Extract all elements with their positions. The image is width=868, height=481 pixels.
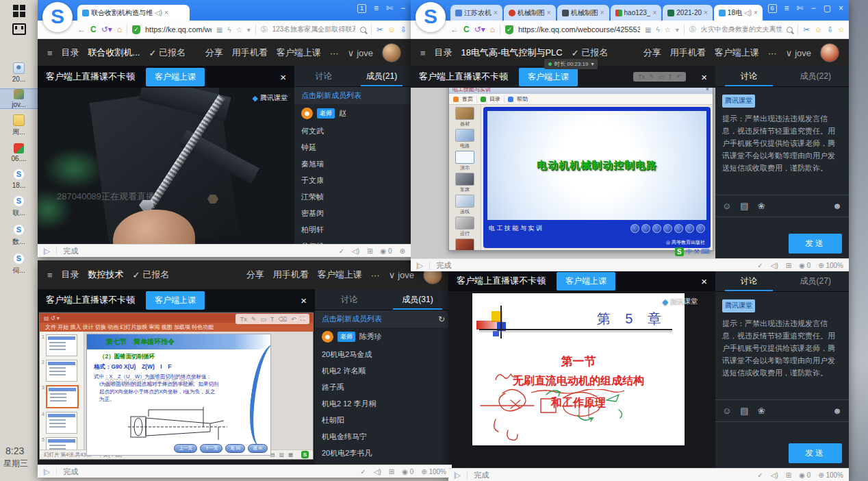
menu-icon[interactable]: ≡ bbox=[784, 3, 789, 13]
slide-thumbnail-selected[interactable]: 3 bbox=[42, 385, 81, 408]
member-row[interactable]: 机电2 12 李月桐 bbox=[315, 395, 452, 412]
slide-thumbnail[interactable]: 4 bbox=[42, 412, 81, 434]
bookmark-star-icon[interactable]: ☆ bbox=[665, 26, 671, 34]
refresh-icon[interactable]: C bbox=[463, 25, 470, 34]
browser-tab[interactable]: 2021-20× bbox=[663, 5, 713, 21]
toolbox-icon[interactable] bbox=[367, 247, 372, 255]
next-page-button[interactable]: 下一页 bbox=[200, 444, 223, 453]
send-button[interactable]: 发送 bbox=[789, 443, 842, 463]
session-count-badge[interactable]: 6 bbox=[768, 4, 777, 13]
sogou-logo-icon[interactable] bbox=[42, 2, 73, 32]
tab-audio-icon[interactable]: ◁) bbox=[744, 9, 752, 16]
browser-titlebar[interactable]: 联合收割机构造与维 ◁) × 1 ≡ ✄ − bbox=[38, 0, 411, 21]
chat-input-area[interactable] bbox=[715, 422, 849, 438]
member-list[interactable]: 老师 赵 何文武 钟延 秦旭瑞 于文康 江荣帧 密基闵 柏明轩 谷佃畅 丁子军 … bbox=[294, 104, 411, 245]
slide-thumbnail[interactable]: 1 bbox=[42, 334, 81, 356]
mute-icon[interactable] bbox=[374, 468, 381, 476]
courseware-window[interactable]: 电工技能与实训 × 首页 目录 帮助 器材 电路 bbox=[448, 84, 713, 251]
member-row[interactable]: 20机电2李书凡 bbox=[315, 445, 452, 461]
tab-members[interactable]: 成员(22) bbox=[782, 66, 850, 86]
watch-on-phone-button[interactable]: 用手机看 bbox=[232, 47, 268, 59]
member-row-teacher[interactable]: 老师 赵 bbox=[294, 104, 411, 123]
screen-share-stage[interactable]: 客户端上直播课不卡顿 客户端上课 × ▤ ↺ ▾ ─ ▢ × 文件 开始 插入 … bbox=[38, 289, 315, 465]
emoji-tool-icon[interactable]: ☺ bbox=[815, 25, 822, 34]
toc-menu-icon[interactable]: ≡ bbox=[47, 48, 53, 58]
tab-discussion[interactable]: 讨论 bbox=[715, 66, 782, 86]
browser-tab[interactable]: 江苏农机× bbox=[450, 5, 502, 21]
member-row[interactable]: 机电2 许名顺 bbox=[315, 362, 452, 379]
emoji-icon[interactable] bbox=[722, 201, 731, 211]
menu-toc[interactable]: 目录 bbox=[489, 95, 500, 103]
download-icon[interactable]: ⇩ bbox=[827, 25, 833, 34]
banner-close-icon[interactable]: × bbox=[280, 71, 286, 83]
maximize-button[interactable]: ▢ bbox=[824, 3, 831, 13]
tab-close-icon[interactable]: × bbox=[652, 9, 656, 16]
dropdown-caret-icon[interactable]: ▾ bbox=[247, 26, 251, 34]
browser-tab[interactable]: 机械制图× bbox=[504, 5, 556, 21]
more-icon[interactable]: ··· bbox=[330, 48, 339, 58]
minimize-button[interactable]: − bbox=[400, 3, 405, 13]
avatar[interactable] bbox=[820, 43, 839, 62]
tab-close-icon[interactable]: × bbox=[547, 9, 551, 16]
member-row[interactable]: 于文康 bbox=[294, 172, 411, 188]
banner-close-icon[interactable]: × bbox=[701, 275, 707, 287]
collect-icon[interactable]: ✄ bbox=[386, 3, 393, 13]
browser-tab-active[interactable]: 联合收割机构造与维 ◁) × bbox=[77, 5, 190, 21]
member-row[interactable]: 秦旭瑞 bbox=[294, 156, 411, 172]
tab-close-icon[interactable]: × bbox=[494, 9, 498, 16]
refresh-members-link[interactable]: 点击刷新成员列表 bbox=[294, 87, 411, 104]
browser-tab[interactable]: hao123_× bbox=[611, 5, 662, 21]
avatar[interactable] bbox=[382, 43, 401, 62]
acceleration-icon[interactable] bbox=[799, 471, 805, 479]
acceleration-icon[interactable] bbox=[381, 247, 387, 255]
member-row[interactable]: 路子禹 bbox=[315, 379, 452, 395]
client-class-button[interactable]: 客户端上课 bbox=[146, 68, 205, 86]
desktop-icon-shortcut-si[interactable]: 伺... bbox=[0, 253, 38, 275]
share-button[interactable]: 分享 bbox=[246, 269, 264, 281]
menu-icon[interactable]: ≡ bbox=[374, 3, 379, 13]
zoom-icon[interactable] bbox=[400, 247, 405, 255]
refresh-icon[interactable]: C bbox=[90, 25, 97, 34]
slide-thumbnail[interactable]: 2 bbox=[42, 360, 81, 382]
sidebar-item-circuit[interactable]: 电路 bbox=[455, 129, 474, 149]
watch-on-phone-button[interactable]: 用手机看 bbox=[273, 269, 309, 281]
address-bar[interactable]: https://ke.qq.com/webcourse/425553 bbox=[518, 25, 640, 34]
favorites-star-icon[interactable]: ☆ bbox=[838, 25, 845, 34]
desktop-icon-jove[interactable]: jov... bbox=[0, 89, 38, 108]
https-shield-icon[interactable] bbox=[132, 25, 140, 34]
members-person-icon[interactable] bbox=[832, 201, 842, 211]
open-client-button[interactable]: 客户端上课 bbox=[318, 269, 362, 281]
member-row[interactable]: 钟延 bbox=[294, 139, 411, 156]
member-list[interactable]: 老师 陈秀珍 20机电2马金成 机电2 许名顺 路子禹 机电2 12 李月桐 杜… bbox=[315, 328, 452, 465]
tab-close-icon[interactable]: × bbox=[600, 9, 604, 16]
send-button[interactable]: 发送 bbox=[789, 234, 842, 254]
slide-thumbnail[interactable]: 5 bbox=[42, 437, 81, 449]
toc-label[interactable]: 目录 bbox=[62, 47, 79, 59]
desktop-icon-shortcut-18[interactable]: 18... bbox=[0, 169, 38, 189]
address-bar[interactable]: https://ke.qq.com/we bbox=[145, 25, 212, 34]
annotation-toolbar[interactable] bbox=[235, 314, 309, 324]
sidebar-item-lathe[interactable]: 车床 bbox=[455, 173, 474, 193]
minimize-button[interactable]: − bbox=[811, 3, 816, 13]
image-icon[interactable] bbox=[740, 201, 748, 211]
zoom-icon[interactable] bbox=[818, 471, 824, 479]
banner-close-icon[interactable]: × bbox=[301, 295, 307, 306]
desktop-icon-user-file[interactable]: 20... bbox=[0, 62, 38, 83]
screenshot-scissors-icon[interactable]: ✂ bbox=[803, 25, 809, 34]
member-row[interactable]: 密基闵 bbox=[294, 205, 411, 221]
prev-page-button[interactable]: 上一页 bbox=[174, 444, 197, 453]
refresh-members-link[interactable]: 点击刷新成员列表 bbox=[315, 310, 452, 328]
share-button[interactable]: 分享 bbox=[643, 47, 661, 59]
chat-input-area[interactable] bbox=[715, 217, 849, 228]
dropdown-caret-icon[interactable]: ▾ bbox=[676, 26, 679, 34]
desktop-icon-windows[interactable] bbox=[0, 5, 38, 17]
desktop-icon-shortcut-lian[interactable]: 联... bbox=[0, 195, 38, 218]
close-button[interactable]: × bbox=[839, 3, 843, 13]
mute-icon[interactable] bbox=[352, 247, 359, 255]
live-video-stage[interactable]: 客户端上直播课不卡顿 客户端上课 × 腾讯课堂 287040089正在观看直播 bbox=[38, 66, 294, 245]
tab-audio-icon[interactable]: ◁) bbox=[155, 9, 162, 16]
client-class-button[interactable]: 客户端上课 bbox=[557, 272, 615, 291]
sidebar-item-demo[interactable]: 演示 bbox=[455, 151, 474, 171]
desktop-icon-app[interactable]: 06.... bbox=[0, 143, 38, 162]
security-check-icon[interactable] bbox=[360, 468, 366, 476]
